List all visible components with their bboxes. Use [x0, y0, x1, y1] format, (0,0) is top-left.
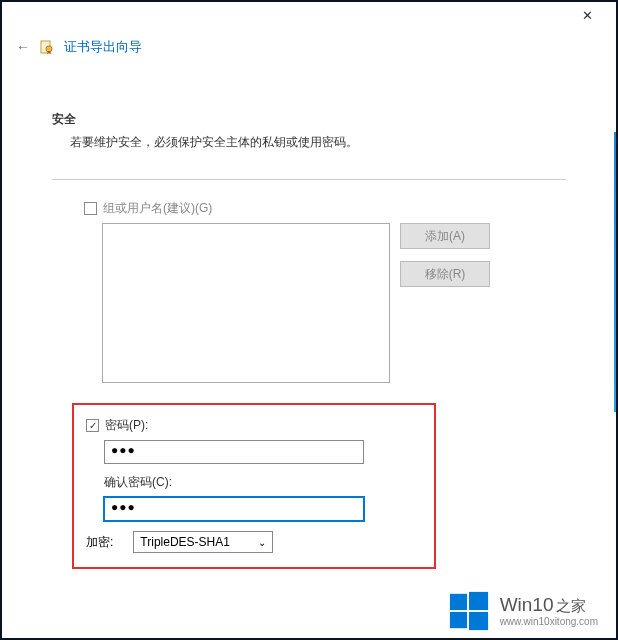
certificate-icon [39, 39, 55, 55]
close-icon[interactable]: ✕ [582, 9, 598, 25]
password-input[interactable]: ●●● [104, 440, 364, 464]
security-heading: 安全 [52, 111, 566, 128]
encryption-label: 加密: [86, 534, 113, 551]
password-section-highlight: 密码(P): ●●● 确认密码(C): ●●● 加密: TripleDES-SH… [72, 403, 436, 569]
password-checkbox-row: 密码(P): [86, 417, 424, 434]
back-arrow-icon[interactable]: ← [16, 39, 30, 55]
svg-rect-5 [469, 612, 488, 630]
encryption-row: 加密: TripleDES-SHA1 ⌄ [86, 531, 424, 553]
group-checkbox[interactable] [84, 202, 97, 215]
windows-logo-icon [448, 590, 490, 632]
watermark-suffix: 之家 [556, 597, 586, 614]
group-buttons: 添加(A) 移除(R) [400, 223, 490, 287]
security-description: 若要维护安全，必须保护安全主体的私钥或使用密码。 [52, 134, 566, 151]
watermark-brand: Win10 [500, 594, 554, 616]
titlebar: ✕ [2, 2, 616, 32]
group-label: 组或用户名(建议)(G) [103, 200, 212, 217]
wizard-header: ← 证书导出向导 [2, 32, 616, 56]
password-checkbox[interactable] [86, 419, 99, 432]
wizard-window: ✕ ← 证书导出向导 安全 若要维护安全，必须保护安全主体的私钥或使用密码。 组… [2, 2, 616, 638]
content-area: 安全 若要维护安全，必须保护安全主体的私钥或使用密码。 组或用户名(建议)(G)… [2, 56, 616, 569]
wizard-title: 证书导出向导 [64, 38, 142, 56]
confirm-password-label: 确认密码(C): [104, 474, 424, 491]
group-listbox[interactable] [102, 223, 390, 383]
divider [52, 179, 566, 180]
encryption-value: TripleDES-SHA1 [140, 535, 230, 549]
svg-rect-4 [450, 612, 467, 628]
watermark-text: Win10 之家 www.win10xitong.com [500, 594, 598, 627]
watermark-url: www.win10xitong.com [500, 616, 598, 628]
add-button[interactable]: 添加(A) [400, 223, 490, 249]
chevron-down-icon: ⌄ [258, 537, 266, 548]
svg-rect-2 [450, 594, 467, 610]
group-body: 添加(A) 移除(R) [52, 223, 566, 383]
group-checkbox-row: 组或用户名(建议)(G) [52, 200, 566, 217]
watermark: Win10 之家 www.win10xitong.com [448, 590, 598, 632]
right-accent-bar [614, 132, 616, 412]
remove-button[interactable]: 移除(R) [400, 261, 490, 287]
password-label: 密码(P): [105, 417, 148, 434]
svg-rect-3 [469, 592, 488, 610]
confirm-password-input[interactable]: ●●● [104, 497, 364, 521]
encryption-select[interactable]: TripleDES-SHA1 ⌄ [133, 531, 273, 553]
